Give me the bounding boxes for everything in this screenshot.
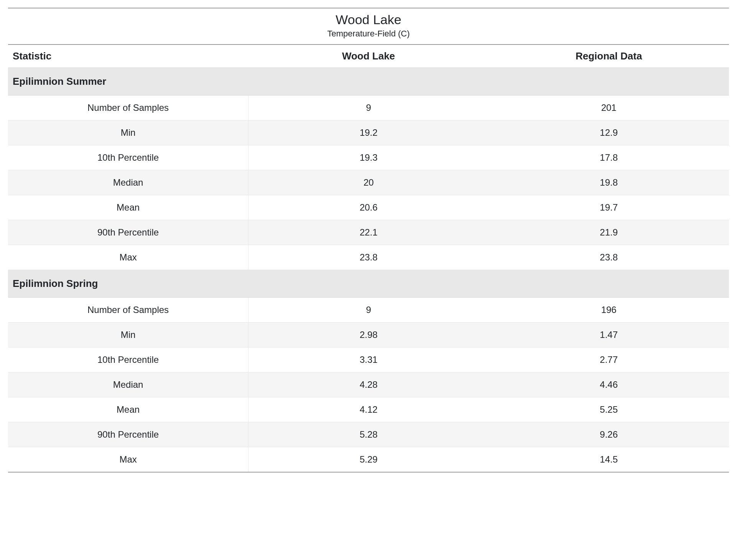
table-row: Median2019.8 <box>8 170 729 195</box>
cell-local-value: 5.29 <box>248 447 489 473</box>
cell-regional-value: 12.9 <box>489 120 729 145</box>
cell-regional-value: 19.8 <box>489 170 729 195</box>
table-row: Mean4.125.25 <box>8 397 729 422</box>
group-header-row: Epilimnion Summer <box>8 68 729 96</box>
cell-local-value: 20 <box>248 170 489 195</box>
cell-regional-value: 17.8 <box>489 145 729 170</box>
cell-statistic: 10th Percentile <box>8 348 248 372</box>
cell-statistic: 90th Percentile <box>8 422 248 447</box>
table-row: Min2.981.47 <box>8 323 729 348</box>
table-row: Median4.284.46 <box>8 372 729 397</box>
cell-regional-value: 1.47 <box>489 323 729 348</box>
cell-statistic: Median <box>8 372 248 397</box>
cell-local-value: 9 <box>248 298 489 323</box>
table-row: Min19.212.9 <box>8 120 729 145</box>
cell-local-value: 9 <box>248 96 489 120</box>
table-row: Number of Samples9196 <box>8 298 729 323</box>
cell-local-value: 22.1 <box>248 220 489 245</box>
cell-statistic: Number of Samples <box>8 96 248 120</box>
cell-regional-value: 14.5 <box>489 447 729 473</box>
table-row: Mean20.619.7 <box>8 195 729 220</box>
group-header-row: Epilimnion Spring <box>8 270 729 298</box>
cell-statistic: Max <box>8 245 248 270</box>
cell-statistic: Mean <box>8 195 248 220</box>
col-header-regional: Regional Data <box>489 44 729 68</box>
cell-statistic: Max <box>8 447 248 473</box>
cell-regional-value: 21.9 <box>489 220 729 245</box>
cell-regional-value: 19.7 <box>489 195 729 220</box>
cell-statistic: Mean <box>8 397 248 422</box>
cell-statistic: Number of Samples <box>8 298 248 323</box>
cell-local-value: 23.8 <box>248 245 489 270</box>
table-row: 10th Percentile19.317.8 <box>8 145 729 170</box>
cell-statistic: Min <box>8 120 248 145</box>
table-title: Wood Lake <box>8 8 729 29</box>
cell-regional-value: 196 <box>489 298 729 323</box>
cell-local-value: 19.2 <box>248 120 489 145</box>
table-row: 90th Percentile5.289.26 <box>8 422 729 447</box>
cell-statistic: 10th Percentile <box>8 145 248 170</box>
stats-table-container: Wood Lake Temperature-Field (C) Statisti… <box>8 8 729 473</box>
cell-regional-value: 4.46 <box>489 372 729 397</box>
cell-regional-value: 23.8 <box>489 245 729 270</box>
table-row: 90th Percentile22.121.9 <box>8 220 729 245</box>
cell-local-value: 4.12 <box>248 397 489 422</box>
cell-local-value: 19.3 <box>248 145 489 170</box>
table-row: 10th Percentile3.312.77 <box>8 348 729 372</box>
table-row: Number of Samples9201 <box>8 96 729 120</box>
stats-table: Wood Lake Temperature-Field (C) Statisti… <box>8 8 729 473</box>
cell-local-value: 4.28 <box>248 372 489 397</box>
table-row: Max23.823.8 <box>8 245 729 270</box>
cell-local-value: 5.28 <box>248 422 489 447</box>
table-row: Max5.2914.5 <box>8 447 729 473</box>
column-header-row: Statistic Wood Lake Regional Data <box>8 44 729 68</box>
cell-regional-value: 5.25 <box>489 397 729 422</box>
cell-local-value: 2.98 <box>248 323 489 348</box>
col-header-local: Wood Lake <box>248 44 489 68</box>
cell-local-value: 20.6 <box>248 195 489 220</box>
cell-statistic: Min <box>8 323 248 348</box>
group-header-label: Epilimnion Spring <box>8 270 729 298</box>
table-body: Epilimnion SummerNumber of Samples9201Mi… <box>8 68 729 473</box>
cell-regional-value: 2.77 <box>489 348 729 372</box>
table-subtitle: Temperature-Field (C) <box>8 29 729 44</box>
cell-statistic: Median <box>8 170 248 195</box>
cell-local-value: 3.31 <box>248 348 489 372</box>
cell-regional-value: 9.26 <box>489 422 729 447</box>
cell-statistic: 90th Percentile <box>8 220 248 245</box>
col-header-statistic: Statistic <box>8 44 248 68</box>
cell-regional-value: 201 <box>489 96 729 120</box>
group-header-label: Epilimnion Summer <box>8 68 729 96</box>
